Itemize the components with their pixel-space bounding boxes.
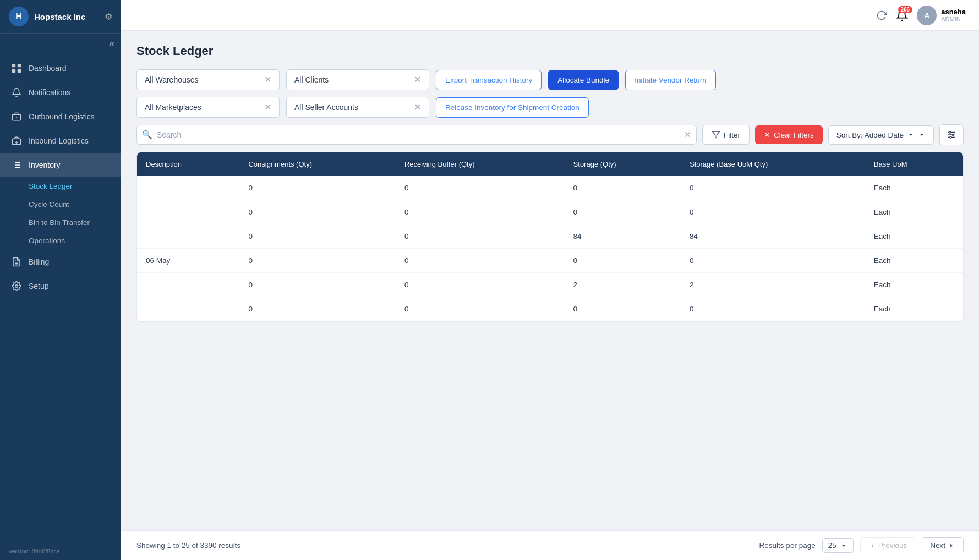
- client-filter[interactable]: All Clients ✕: [286, 69, 429, 90]
- dashboard-icon: [11, 63, 22, 74]
- results-per-page-select[interactable]: 25: [822, 538, 854, 553]
- cell-base-uom: Each: [865, 176, 963, 200]
- sidebar: H Hopstack Inc ⚙ « Dashboard Notificatio…: [0, 0, 121, 560]
- chevron-left-icon: [868, 542, 876, 550]
- sidebar-item-bin-transfer[interactable]: Bin to Bin Transfer: [0, 213, 121, 232]
- cell-storage-base: 84: [681, 224, 865, 249]
- svg-marker-17: [712, 131, 719, 138]
- user-menu[interactable]: A asneha ADMIN: [917, 6, 966, 25]
- inbound-icon: [11, 135, 22, 146]
- cell-base-uom: Each: [865, 200, 963, 224]
- filter-button[interactable]: Filter: [702, 125, 750, 145]
- col-consignments: Consignments (Qty): [239, 152, 396, 176]
- next-label: Next: [930, 541, 945, 550]
- cell-storage: 84: [565, 224, 681, 249]
- warehouse-filter[interactable]: All Warehouses ✕: [136, 69, 280, 90]
- cell-storage-base: 0: [681, 297, 865, 321]
- cell-base-uom: Each: [865, 249, 963, 273]
- sidebar-item-dashboard[interactable]: Dashboard: [0, 56, 121, 80]
- allocate-button[interactable]: Allocate Bundle: [548, 70, 619, 90]
- cell-storage-base: 0: [681, 249, 865, 273]
- clear-filters-button[interactable]: ✕ Clear Filters: [755, 125, 823, 144]
- warehouse-filter-clear[interactable]: ✕: [264, 75, 271, 84]
- gear-icon[interactable]: ⚙: [105, 12, 112, 22]
- notification-badge: 266: [898, 6, 913, 13]
- col-receiving: Receiving Buffer (Qty): [396, 152, 565, 176]
- chevron-down-icon-2: [918, 131, 926, 139]
- page-title: Stock Ledger: [136, 44, 964, 58]
- warehouse-filter-label: All Warehouses: [145, 75, 260, 84]
- filter-icon: [712, 130, 720, 139]
- svg-rect-2: [12, 69, 15, 73]
- col-base-uom: Base UoM: [865, 152, 963, 176]
- chevron-right-icon: [948, 542, 955, 550]
- table-header: Description Consignments (Qty) Receiving…: [137, 152, 963, 176]
- search-input[interactable]: [136, 125, 697, 145]
- sidebar-item-label: Notifications: [29, 88, 70, 97]
- sidebar-item-label: Setup: [29, 282, 49, 290]
- marketplace-filter-clear[interactable]: ✕: [264, 103, 271, 112]
- pagination-showing: Showing 1 to 25 of 3390 results: [136, 541, 240, 550]
- cell-consignments: 0: [239, 249, 396, 273]
- sidebar-item-operations[interactable]: Operations: [0, 232, 121, 250]
- release-inventory-button[interactable]: Release Inventory for Shipment Creation: [436, 97, 589, 118]
- previous-button[interactable]: Previous: [860, 537, 916, 553]
- svg-point-23: [950, 136, 951, 138]
- cell-base-uom: Each: [865, 297, 963, 321]
- sort-options-button[interactable]: [939, 124, 964, 145]
- cell-storage: 2: [565, 273, 681, 297]
- sidebar-collapse-button[interactable]: «: [109, 38, 114, 50]
- pagination-controls: Results per page 25 Previous Next: [759, 537, 964, 553]
- user-details: asneha ADMIN: [941, 8, 966, 23]
- cell-receiving: 0: [396, 200, 565, 224]
- billing-icon: [11, 256, 22, 267]
- table-row: 0 0 0 0 Each: [137, 176, 963, 200]
- seller-filter[interactable]: All Seller Accounts ✕: [286, 97, 429, 118]
- cell-storage: 0: [565, 297, 681, 321]
- user-name: asneha: [941, 8, 966, 17]
- seller-filter-clear[interactable]: ✕: [414, 103, 421, 112]
- col-description: Description: [137, 152, 239, 176]
- svg-rect-0: [12, 64, 15, 67]
- svg-point-16: [15, 285, 18, 288]
- cell-storage: 0: [565, 176, 681, 200]
- col-storage: Storage (Qty): [565, 152, 681, 176]
- cell-consignments: 0: [239, 297, 396, 321]
- sidebar-item-cycle-count[interactable]: Cycle Count: [0, 195, 121, 213]
- filter-row-2: All Marketplaces ✕ All Seller Accounts ✕…: [136, 97, 964, 118]
- cell-storage-base: 0: [681, 200, 865, 224]
- seller-filter-label: All Seller Accounts: [294, 103, 409, 112]
- cell-description: [137, 224, 239, 249]
- pagination-bar: Showing 1 to 25 of 3390 results Results …: [121, 530, 979, 560]
- vendor-return-button[interactable]: Initiate Vendor Return: [625, 70, 716, 90]
- search-box: 🔍 ✕: [136, 125, 697, 145]
- table-scroll[interactable]: Description Consignments (Qty) Receiving…: [137, 152, 963, 321]
- sidebar-item-label: Inbound Logistics: [29, 136, 89, 145]
- client-filter-clear[interactable]: ✕: [414, 75, 421, 84]
- sort-button[interactable]: Sort By: Added Date: [828, 125, 934, 145]
- svg-point-22: [953, 134, 954, 136]
- table-row: 0 0 2 2 Each: [137, 273, 963, 297]
- marketplace-filter[interactable]: All Marketplaces ✕: [136, 97, 280, 118]
- sidebar-item-stock-ledger[interactable]: Stock Ledger: [0, 177, 121, 195]
- chevron-down-icon: [907, 131, 915, 139]
- cell-consignments: 0: [239, 273, 396, 297]
- data-table: Description Consignments (Qty) Receiving…: [137, 152, 963, 321]
- search-clear-icon[interactable]: ✕: [684, 130, 691, 140]
- export-button[interactable]: Export Transaction History: [436, 70, 542, 90]
- clear-filters-label: Clear Filters: [774, 131, 814, 139]
- sidebar-item-billing[interactable]: Billing: [0, 250, 121, 274]
- sidebar-item-outbound[interactable]: Outbound Logistics: [0, 105, 121, 129]
- search-actions-row: 🔍 ✕ Filter ✕ Clear Filters Sort By: Adde…: [136, 124, 964, 145]
- notification-button[interactable]: 266: [896, 9, 908, 21]
- next-button[interactable]: Next: [922, 537, 964, 553]
- sidebar-item-notifications[interactable]: Notifications: [0, 80, 121, 105]
- cell-consignments: 0: [239, 176, 396, 200]
- sidebar-item-inventory[interactable]: Inventory: [0, 153, 121, 177]
- sidebar-collapse-area: «: [0, 34, 121, 54]
- table-row: 0 0 0 0 Each: [137, 200, 963, 224]
- cell-description: [137, 273, 239, 297]
- sidebar-item-setup[interactable]: Setup: [0, 274, 121, 298]
- refresh-button[interactable]: [876, 10, 887, 21]
- sidebar-item-inbound[interactable]: Inbound Logistics: [0, 129, 121, 153]
